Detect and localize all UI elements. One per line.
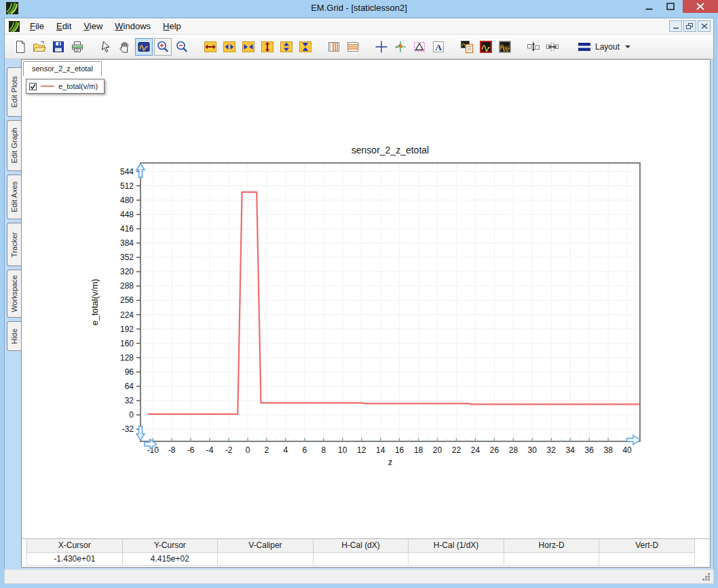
- text-a-icon: A: [431, 39, 446, 54]
- plot-area[interactable]: [140, 163, 640, 441]
- toolbar-group: [202, 38, 316, 56]
- y-tick-label: 0: [129, 410, 134, 420]
- x-tick-label: 2: [265, 445, 269, 455]
- plot-frame-button[interactable]: [477, 38, 495, 56]
- new-button[interactable]: [12, 38, 29, 56]
- status-value-cell: [599, 552, 695, 565]
- toolbar-group: A: [373, 38, 449, 56]
- x-tick-label: -8: [168, 445, 176, 455]
- y-tick-label: 128: [120, 353, 134, 363]
- h-expand-red-icon: [203, 39, 218, 54]
- x-tick-label: 22: [452, 445, 461, 455]
- window-title: EM.Grid - [staticlesson2]: [0, 3, 718, 13]
- mdi-minimize-button[interactable]: [669, 20, 682, 32]
- v-collapse-button[interactable]: [297, 38, 314, 56]
- crosshair-button[interactable]: [373, 38, 390, 56]
- status-header-row: X-CursorY-CursorV-CaliperH-Cal (dX)H-Cal…: [27, 539, 695, 552]
- menu-view[interactable]: View: [77, 19, 109, 33]
- zoom-out-button[interactable]: [173, 38, 191, 56]
- side-tab-edit-plots[interactable]: Edit Plots: [7, 67, 21, 117]
- document-window: sensor_2_z_etotal e_total(v/m) -10-8-6-4…: [21, 59, 711, 568]
- v-pan-button[interactable]: [278, 38, 295, 56]
- v-distribute-button[interactable]: [525, 38, 542, 56]
- x-tick-label: 26: [490, 445, 499, 455]
- resize-grip-icon[interactable]: [702, 572, 711, 581]
- side-tab-hide[interactable]: Hide: [7, 321, 21, 351]
- status-col-header: Vert-D: [599, 539, 695, 552]
- vertical-lines-icon: [326, 39, 341, 54]
- toolbar-group: Layout: [572, 38, 637, 56]
- status-value-cell: -1.430e+01: [27, 552, 123, 565]
- maximize-button[interactable]: [660, 0, 681, 13]
- x-tick-label: 38: [604, 445, 613, 455]
- pan-button[interactable]: [116, 38, 134, 56]
- x-tick-label: 10: [338, 445, 347, 455]
- statusbar: [4, 569, 714, 584]
- toolbar-group: [325, 38, 363, 56]
- toolbar-group: [12, 38, 88, 56]
- menu-file[interactable]: File: [24, 19, 50, 33]
- x-tick-label: 28: [509, 445, 518, 455]
- x-tick-label: 20: [433, 445, 442, 455]
- plot-legend-icon: [459, 39, 474, 54]
- horizontal-markers-button[interactable]: [344, 38, 362, 56]
- open-button[interactable]: [31, 38, 48, 56]
- save-button[interactable]: [50, 38, 67, 56]
- side-tab-edit-graph[interactable]: Edit Graph: [7, 120, 21, 171]
- mdi-window-controls: [669, 20, 711, 32]
- layout-button[interactable]: Layout: [572, 38, 635, 56]
- h-collapse-blue-icon: [241, 39, 256, 54]
- caliper-button[interactable]: [411, 38, 428, 56]
- zoom-box-icon: [136, 39, 151, 54]
- mdi-close-button[interactable]: [698, 20, 711, 32]
- zoom-box-button[interactable]: [135, 38, 153, 56]
- print-button[interactable]: [69, 38, 86, 56]
- side-tab-edit-axes[interactable]: Edit Axes: [7, 174, 21, 219]
- h-expand-button[interactable]: [202, 38, 219, 56]
- text-annotation-button[interactable]: A: [430, 38, 447, 56]
- v-expand-button[interactable]: [259, 38, 276, 56]
- y-tick-label: 352: [120, 253, 134, 262]
- h-collapse-button[interactable]: [240, 38, 257, 56]
- tracker-icon: [393, 39, 408, 54]
- zoom-in-button[interactable]: [154, 38, 172, 56]
- status-value-cell: [504, 552, 599, 565]
- h-distribute-button[interactable]: [544, 38, 561, 56]
- horizontal-lines-icon: [345, 39, 360, 54]
- y-tick-label: 320: [120, 267, 134, 276]
- side-tab-workspace[interactable]: Workspace: [7, 270, 21, 318]
- menu-items: FileEditViewWindowsHelp: [24, 19, 187, 33]
- status-col-header: Y-Cursor: [122, 539, 218, 552]
- close-button[interactable]: [683, 0, 718, 13]
- x-tick-label: 16: [395, 445, 404, 455]
- workspace: Edit PlotsEdit GraphEdit AxesTrackerWork…: [5, 59, 713, 569]
- h-pan-button[interactable]: [221, 38, 238, 56]
- x-tick-label: 6: [302, 445, 307, 455]
- app-frame: FileEditViewWindowsHelp ALayout Edit Plo…: [4, 18, 714, 569]
- plot-overlay-button[interactable]: [496, 38, 514, 56]
- h-distribute-icon: [545, 39, 560, 54]
- menu-edit[interactable]: Edit: [50, 19, 77, 33]
- v-arrows-blue-icon: [279, 39, 294, 54]
- chart-title: sensor_2_z_etotal: [352, 145, 429, 155]
- menu-windows[interactable]: Windows: [109, 19, 157, 33]
- h-arrows-blue-icon: [222, 39, 237, 54]
- y-tick-label: 96: [125, 367, 134, 377]
- tracker-button[interactable]: [392, 38, 409, 56]
- pointer-button[interactable]: [97, 38, 115, 56]
- toolbar: ALayout: [5, 35, 713, 59]
- save-icon: [51, 39, 66, 54]
- status-col-header: V-Caliper: [218, 539, 314, 552]
- cursor-status-table: X-CursorY-CursorV-CaliperH-Cal (dX)H-Cal…: [26, 539, 695, 566]
- mdi-restore-button[interactable]: [683, 20, 696, 32]
- toolbar-group: [97, 38, 192, 56]
- minimize-button[interactable]: [639, 0, 659, 13]
- side-tab-tracker[interactable]: Tracker: [7, 223, 21, 266]
- chart-canvas[interactable]: -10-8-6-4-202468101214161820222426283032…: [22, 60, 710, 538]
- zoom-in-icon: [155, 39, 170, 54]
- svg-text:A: A: [435, 42, 442, 52]
- menu-help[interactable]: Help: [157, 19, 187, 33]
- vertical-markers-button[interactable]: [325, 38, 343, 56]
- status-value-cell: [409, 552, 504, 565]
- plot-legend-button[interactable]: [458, 38, 476, 56]
